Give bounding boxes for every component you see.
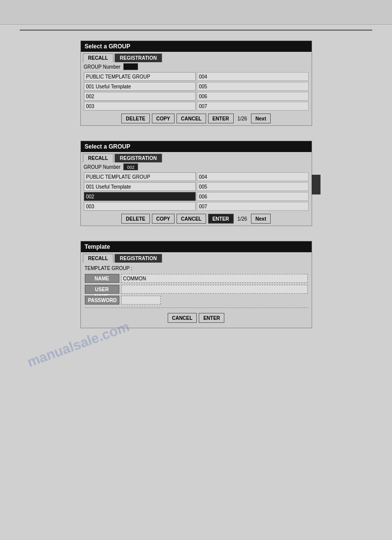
panel2-tab-registration[interactable]: REGISTRATION — [114, 154, 162, 162]
panel1-right-item-2[interactable]: 006 — [197, 92, 309, 101]
panel2-next-button[interactable]: Next — [251, 214, 271, 224]
panel2-left-item-0[interactable]: PUBLIC TEMPLATE GROUP — [84, 172, 196, 181]
panel1-left-item-2[interactable]: 002 — [84, 92, 196, 101]
panel1-right-item-1[interactable]: 005 — [197, 82, 309, 91]
panel3-password-row: PASSWORD — [85, 296, 308, 305]
panel2-enter-button[interactable]: ENTER — [208, 214, 234, 224]
panel2-right-item-1[interactable]: 005 — [197, 182, 309, 191]
panel3-name-row: NAME COMMON — [85, 274, 308, 283]
panel1-tab-registration[interactable]: REGISTRATION — [114, 53, 162, 62]
panel2-title: Select a GROUP — [81, 141, 312, 152]
panel2-right-item-2[interactable]: 006 — [197, 192, 309, 201]
panel1-right-item-0[interactable]: 004 — [197, 72, 309, 81]
panel1-button-row: DELETE COPY CANCEL ENTER 1/26 Next — [81, 112, 312, 125]
panel1-next-button[interactable]: Next — [251, 114, 271, 123]
panel3-button-row: CANCEL ENTER — [85, 311, 308, 325]
panel3-name-value[interactable]: COMMON — [121, 274, 308, 283]
panel3-form-section: TEMPLATE GROUP : NAME COMMON USER NAME P… — [81, 263, 312, 328]
panel1-tab-recall[interactable]: RECALL — [83, 53, 114, 62]
panel1-copy-button[interactable]: COPY — [152, 114, 175, 123]
panel2-group-number-box: 002 — [123, 163, 138, 170]
panel2-right-item-0[interactable]: 004 — [197, 172, 309, 181]
panel2-list-area: PUBLIC TEMPLATE GROUP 004 001 Useful Tem… — [81, 171, 312, 212]
panel1-group-number-box — [123, 63, 138, 70]
panel3-cancel-button[interactable]: CANCEL — [168, 313, 197, 323]
panel2-cancel-button[interactable]: CANCEL — [177, 214, 206, 224]
panel2-tab-recall[interactable]: RECALL — [83, 154, 114, 162]
panel2-right-item-3[interactable]: 007 — [197, 202, 309, 211]
panel1-enter-button[interactable]: ENTER — [208, 114, 234, 123]
panel1-left-item-0[interactable]: PUBLIC TEMPLATE GROUP — [84, 72, 196, 81]
panel2-button-row: DELETE COPY CANCEL ENTER 1/26 Next — [81, 212, 312, 226]
panel3-password-value[interactable] — [121, 296, 161, 305]
panel2-left-item-1[interactable]: 001 Useful Template — [84, 182, 196, 191]
panel2-page-indicator: 1/26 — [238, 216, 247, 222]
panel3: Template RECALL REGISTRATION TEMPLATE GR… — [80, 241, 312, 328]
panel1-title: Select a GROUP — [81, 41, 312, 52]
panel1-left-item-1[interactable]: 001 Useful Template — [84, 82, 196, 91]
panel2-group-number-row: GROUP Number 002 — [81, 162, 312, 171]
panel3-tab-registration[interactable]: REGISTRATION — [114, 254, 162, 263]
panel-container: Select a GROUP RECALL REGISTRATION GROUP… — [0, 31, 392, 328]
panel1-right-item-3[interactable]: 007 — [197, 102, 309, 111]
panel3-tabs: RECALL REGISTRATION — [81, 252, 312, 263]
panel3-title: Template — [81, 241, 312, 252]
panel1-list-area: PUBLIC TEMPLATE GROUP 004 001 Useful Tem… — [81, 71, 312, 112]
panel3-template-group-label: TEMPLATE GROUP : — [85, 266, 308, 271]
panel3-tab-recall[interactable]: RECALL — [83, 254, 114, 263]
panel3-divider — [85, 308, 308, 308]
panel3-username-value[interactable] — [121, 285, 308, 294]
panel3-name-label: NAME — [85, 274, 119, 283]
panel3-password-label: PASSWORD — [85, 296, 119, 305]
panel2-left-item-2[interactable]: 002 — [84, 192, 196, 201]
panel1-page-indicator: 1/26 — [238, 116, 247, 121]
panel2-copy-button[interactable]: COPY — [152, 214, 175, 224]
panel3-username-row: USER NAME — [85, 285, 308, 294]
panel3-enter-button[interactable]: ENTER — [199, 313, 224, 323]
panel2-left-item-3[interactable]: 003 — [84, 202, 196, 211]
top-bar — [0, 0, 392, 25]
panel3-username-label: USER NAME — [85, 285, 119, 294]
panel1-tabs: RECALL REGISTRATION — [81, 52, 312, 62]
panel1-group-number-row: GROUP Number — [81, 62, 312, 71]
panel1-cancel-button[interactable]: CANCEL — [177, 114, 206, 123]
panel2: Select a GROUP RECALL REGISTRATION GROUP… — [80, 141, 312, 226]
panel2-side-tab — [312, 175, 321, 194]
panel1: Select a GROUP RECALL REGISTRATION GROUP… — [80, 40, 312, 126]
panel2-tabs: RECALL REGISTRATION — [81, 152, 312, 162]
panel2-delete-button[interactable]: DELETE — [121, 214, 149, 224]
panel1-delete-button[interactable]: DELETE — [121, 114, 149, 123]
panel1-left-item-3[interactable]: 003 — [84, 102, 196, 111]
